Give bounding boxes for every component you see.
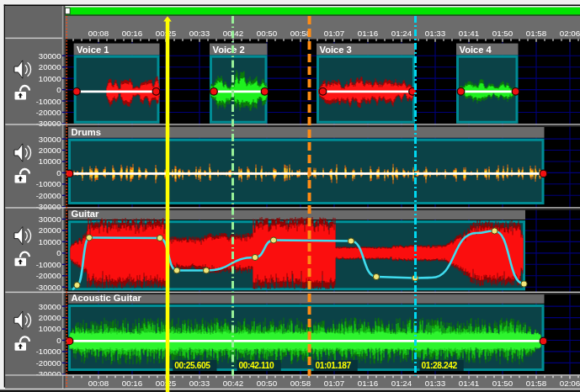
svg-text:00:42: 00:42	[223, 379, 244, 388]
svg-text:0: 0	[56, 85, 61, 94]
svg-text:Voice 1: Voice 1	[77, 45, 109, 55]
svg-text:01:41: 01:41	[459, 29, 480, 38]
svg-text:01:58: 01:58	[526, 29, 547, 38]
svg-text:01:16: 01:16	[358, 379, 379, 388]
svg-text:10000: 10000	[39, 74, 61, 83]
svg-text:-30000: -30000	[36, 283, 61, 292]
svg-text:01:24: 01:24	[391, 29, 412, 38]
svg-text:-20000: -20000	[36, 108, 61, 117]
svg-text:00:33: 00:33	[189, 29, 210, 38]
svg-text:00:33: 00:33	[189, 379, 210, 388]
svg-text:Drums: Drums	[72, 127, 101, 137]
svg-text:-20000: -20000	[36, 191, 61, 200]
svg-text:30000: 30000	[39, 302, 61, 311]
svg-text:-10000: -10000	[36, 347, 61, 356]
svg-text:00:58: 00:58	[290, 379, 311, 388]
svg-text:20000: 20000	[39, 146, 61, 155]
svg-text:00:16: 00:16	[122, 29, 143, 38]
svg-text:00:50: 00:50	[257, 29, 278, 38]
svg-text:01:58: 01:58	[526, 379, 547, 388]
svg-text:0: 0	[56, 168, 61, 177]
svg-text:20000: 20000	[39, 313, 61, 322]
svg-text:02:06: 02:06	[560, 29, 580, 38]
svg-text:30000: 30000	[39, 51, 61, 61]
svg-text:Guitar: Guitar	[72, 209, 100, 219]
svg-text:00:16: 00:16	[122, 379, 143, 388]
svg-text:00:08: 00:08	[88, 379, 109, 388]
svg-text:-30000: -30000	[36, 202, 61, 211]
svg-text:02:06: 02:06	[560, 379, 580, 388]
svg-text:01:41: 01:41	[459, 379, 480, 388]
svg-text:-10000: -10000	[36, 179, 61, 188]
svg-text:01:01.187: 01:01.187	[316, 361, 352, 370]
svg-text:Voice 2: Voice 2	[213, 45, 245, 55]
svg-text:0: 0	[56, 336, 61, 345]
svg-text:00:42.110: 00:42.110	[239, 361, 274, 370]
svg-text:30000: 30000	[39, 215, 61, 224]
svg-text:20000: 20000	[39, 62, 61, 72]
svg-text:00:50: 00:50	[257, 379, 278, 388]
svg-text:01:50: 01:50	[492, 379, 513, 388]
svg-text:01:07: 01:07	[324, 379, 345, 388]
svg-text:-20000: -20000	[36, 358, 61, 368]
svg-text:00:25.605: 00:25.605	[174, 361, 210, 370]
svg-text:01:16: 01:16	[358, 29, 379, 38]
svg-text:10000: 10000	[39, 237, 61, 246]
svg-text:01:24: 01:24	[391, 379, 412, 388]
svg-text:Voice 4: Voice 4	[460, 45, 492, 55]
svg-text:Voice 3: Voice 3	[320, 45, 352, 55]
svg-text:01:33: 01:33	[425, 29, 446, 38]
svg-text:-20000: -20000	[36, 271, 61, 280]
svg-text:01:50: 01:50	[492, 29, 513, 38]
svg-text:01:28.242: 01:28.242	[422, 361, 458, 370]
svg-text:-30000: -30000	[36, 119, 61, 128]
svg-text:10000: 10000	[39, 156, 61, 166]
svg-text:-10000: -10000	[36, 97, 61, 106]
svg-text:01:33: 01:33	[425, 379, 446, 388]
svg-text:0: 0	[56, 248, 61, 257]
svg-text:-10000: -10000	[36, 260, 61, 269]
svg-text:10000: 10000	[39, 324, 61, 333]
svg-text:00:08: 00:08	[88, 29, 109, 38]
svg-text:01:07: 01:07	[324, 29, 345, 38]
svg-text:30000: 30000	[39, 135, 61, 144]
svg-text:20000: 20000	[39, 225, 61, 235]
